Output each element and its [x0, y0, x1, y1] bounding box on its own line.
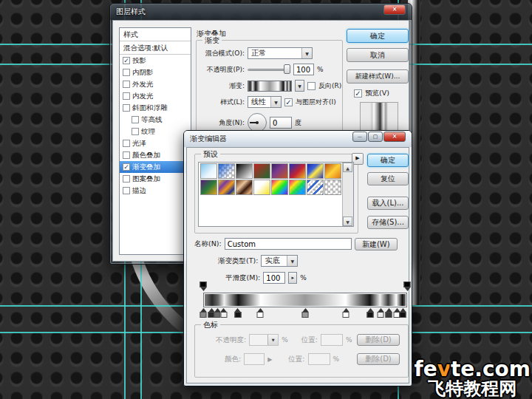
color-stop[interactable]	[367, 308, 374, 318]
color-flyout-icon: ▶	[267, 356, 272, 363]
gradient-preset-swatch[interactable]	[200, 163, 217, 179]
maximize-icon[interactable]: ▢	[368, 132, 383, 142]
style-list-item[interactable]: 斜面和浮雕	[120, 102, 191, 114]
watermark-line1: fevte.com	[415, 359, 531, 380]
style-list-item[interactable]: 内发光	[120, 90, 191, 102]
gradient-type-select[interactable]: 实底 ▼	[261, 255, 298, 267]
opacity-stops-track[interactable]	[203, 282, 407, 292]
angle-unit: 度	[295, 118, 301, 128]
gradient-preview-swatch[interactable]	[248, 81, 292, 92]
layer-style-titlebar[interactable]: 图层样式 ×	[110, 4, 412, 20]
style-list-item[interactable]: 纹理	[120, 126, 191, 137]
checkbox[interactable]	[123, 140, 130, 147]
color-stop[interactable]	[302, 308, 309, 318]
checkbox[interactable]: ✓	[123, 57, 130, 64]
gradient-name-input[interactable]	[225, 238, 352, 250]
close-icon[interactable]: ×	[383, 4, 406, 15]
style-list-item[interactable]: 描边	[120, 185, 191, 197]
gradient-preset-swatch[interactable]	[271, 163, 288, 179]
color-stop[interactable]	[343, 308, 349, 318]
gradient-preset-swatch[interactable]	[307, 180, 324, 195]
gradient-preset-swatch[interactable]	[324, 180, 341, 195]
scrollbar[interactable]: ▲ ▼	[342, 163, 353, 226]
stop-opacity-percent: %	[282, 336, 288, 344]
ok-button[interactable]: 确定	[367, 154, 409, 167]
scroll-up-icon[interactable]: ▲	[343, 163, 352, 172]
checkbox[interactable]	[123, 151, 130, 159]
checkbox[interactable]	[123, 92, 130, 100]
cancel-button[interactable]: 取消	[347, 48, 409, 62]
gradient-preset-swatch[interactable]	[218, 163, 235, 179]
opacity-stop[interactable]	[404, 282, 411, 291]
style-list-item[interactable]: 光泽	[120, 137, 191, 149]
save-button[interactable]: 存储(S)...	[367, 216, 409, 229]
gradient-preset-swatch[interactable]	[253, 180, 270, 195]
style-select[interactable]: 线性 ▼	[248, 96, 282, 108]
stops-legend: 色标	[201, 320, 220, 330]
style-list-item[interactable]: 内阴影	[120, 66, 191, 78]
opacity-input[interactable]	[293, 64, 314, 75]
gradient-preset-swatch[interactable]	[218, 180, 235, 195]
style-list-item[interactable]: 图案叠加	[120, 173, 191, 185]
name-row: 名称(N): 新建(W)	[194, 238, 409, 250]
style-list-item[interactable]: 等高线	[120, 114, 191, 126]
color-stop[interactable]	[220, 308, 227, 318]
blending-options-item[interactable]: 混合选项:默认	[120, 41, 191, 55]
reset-button[interactable]: 复位	[367, 172, 409, 185]
gradient-preset-swatch[interactable]	[271, 180, 288, 195]
opacity-stop[interactable]	[200, 282, 207, 291]
align-checkbox[interactable]: ✓	[284, 98, 293, 106]
gradient-preset-swatch[interactable]	[200, 180, 217, 195]
checkbox[interactable]	[123, 187, 130, 194]
reverse-checkbox[interactable]	[307, 82, 316, 90]
ok-button[interactable]: 确定	[347, 29, 409, 43]
color-stop[interactable]	[378, 308, 384, 318]
color-stops-track[interactable]	[203, 308, 407, 318]
gradient-bar[interactable]	[203, 293, 407, 307]
style-list-item[interactable]: 外发光	[120, 78, 191, 90]
checkbox[interactable]	[132, 116, 139, 123]
close-icon[interactable]: ×	[383, 132, 406, 142]
checkbox[interactable]	[123, 175, 130, 183]
gradient-preset-swatch[interactable]	[289, 180, 306, 195]
style-list-item-label: 光泽	[132, 139, 146, 149]
preview-checkbox[interactable]: ✓	[354, 89, 362, 98]
screenshot-stage: 图层样式 × 样式 混合选项:默认 ✓投影内阴影外发光内发光斜面和浮雕等高线纹理…	[0, 0, 532, 399]
gradient-preset-swatch[interactable]	[324, 163, 341, 179]
preview-toggle: ✓ 预览(V)	[354, 89, 389, 98]
new-button[interactable]: 新建(W)	[355, 238, 398, 250]
style-list-item[interactable]: 颜色叠加	[120, 149, 191, 161]
stop-position-input	[321, 334, 343, 346]
checkbox[interactable]	[123, 81, 130, 88]
color-stop[interactable]	[234, 308, 241, 318]
opacity-slider[interactable]	[248, 64, 290, 75]
color-stop[interactable]	[400, 308, 406, 318]
new-style-button[interactable]: 新建样式(W)...	[347, 69, 409, 83]
style-list-item-label: 内阴影	[132, 68, 154, 78]
style-list-item[interactable]: ✓投影	[120, 55, 191, 66]
checkbox[interactable]	[123, 104, 130, 112]
blend-mode-select[interactable]: 正常 ▼	[248, 47, 313, 59]
checkbox[interactable]	[123, 69, 130, 76]
gradient-picker-button[interactable]: ▼	[295, 80, 304, 92]
angle-input[interactable]	[270, 117, 292, 129]
gradient-preset-swatch[interactable]	[253, 163, 270, 179]
style-list-item[interactable]: ✓渐变叠加	[120, 161, 191, 173]
color-stop[interactable]	[200, 308, 207, 318]
gradient-preset-swatch[interactable]	[236, 180, 253, 195]
preset-swatch-area: ▲ ▼	[198, 162, 354, 227]
color-stop[interactable]	[386, 308, 392, 318]
delete-opacity-stop-button: 删除(D)	[357, 334, 400, 346]
gradient-preset-swatch[interactable]	[307, 163, 324, 179]
opacity-label: 不透明度(P):	[199, 65, 245, 75]
load-button[interactable]: 载入(L)...	[367, 197, 409, 210]
gradient-editor-titlebar[interactable]: 渐变编辑器 — ▢ ×	[184, 131, 412, 147]
checkbox[interactable]	[132, 128, 139, 135]
gradient-preset-swatch[interactable]	[236, 163, 253, 179]
scroll-down-icon[interactable]: ▼	[343, 216, 352, 226]
minimize-icon[interactable]: —	[352, 132, 367, 142]
color-stop[interactable]	[257, 308, 264, 318]
gradient-preset-swatch[interactable]	[289, 163, 306, 179]
stop-position-label: 位置:	[288, 355, 304, 364]
checkbox[interactable]: ✓	[123, 163, 130, 171]
